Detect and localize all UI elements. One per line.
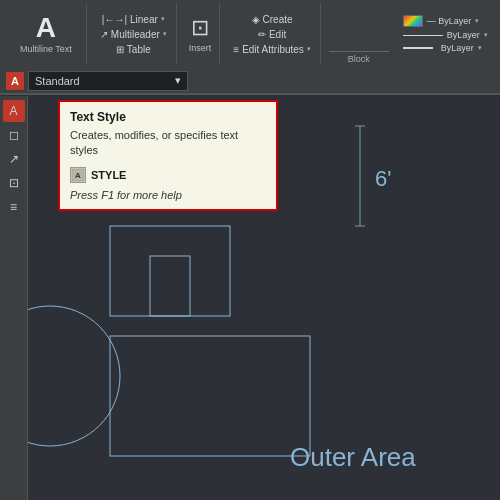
- bylayer-linetype-label: ByLayer: [447, 30, 480, 40]
- table-label: Table: [127, 44, 151, 55]
- sidebar-block-icon[interactable]: ⊡: [3, 172, 25, 194]
- style-dropdown-arrow-icon: ▾: [175, 74, 181, 87]
- bylayer-color-row[interactable]: — ByLayer ▾: [403, 15, 488, 27]
- bylayer-linetype-arrow: ▾: [484, 31, 488, 39]
- area-label-text: Outer Area: [290, 442, 416, 472]
- sidebar-layer-icon[interactable]: ≡: [3, 196, 25, 218]
- bylayer-color-label: — ByLayer: [427, 16, 472, 26]
- bylayer-color-arrow: ▾: [475, 17, 479, 25]
- edit-icon: ✏: [258, 29, 266, 40]
- style-dropdown-value: Standard: [35, 75, 80, 87]
- svg-text:A: A: [75, 171, 81, 180]
- linetype-preview: [403, 35, 443, 36]
- bylayer-linetype-row[interactable]: ByLayer ▾: [403, 30, 488, 40]
- tooltip-description: Creates, modifies, or specifies text sty…: [70, 128, 266, 159]
- sidebar-line-icon[interactable]: ↗: [3, 148, 25, 170]
- sidebar-text-icon[interactable]: A: [3, 100, 25, 122]
- bylayer-lineweight-label: ByLayer: [441, 43, 474, 53]
- multileader-arrow-icon: ▾: [163, 30, 167, 38]
- multiline-text-button[interactable]: A Multiline Text: [12, 10, 80, 58]
- style-cmd-icon: A: [71, 168, 85, 182]
- bylayer-lineweight-arrow: ▾: [478, 44, 482, 52]
- create-button[interactable]: ◈ Create: [249, 12, 296, 27]
- style-icon: A: [6, 72, 24, 90]
- block-label: Block: [329, 51, 389, 64]
- sidebar-rect-icon[interactable]: ◻: [3, 124, 25, 146]
- linear-icon: |←→|: [102, 14, 127, 25]
- tooltip-command-text: STYLE: [91, 169, 126, 181]
- linear-button[interactable]: |←→| Linear ▾: [99, 12, 168, 27]
- annotation-group: |←→| Linear ▾ ↗ Multileader ▾ ⊞ Table: [91, 4, 177, 64]
- edit-attributes-icon: ≡: [233, 44, 239, 55]
- multileader-label: Multileader: [111, 29, 160, 40]
- toolbar-second: A Standard ▾: [0, 68, 500, 94]
- bylayer-group: — ByLayer ▾ ByLayer ▾ ByLayer ▾: [397, 4, 494, 64]
- create-icon: ◈: [252, 14, 260, 25]
- dimension-text: 6': [375, 166, 391, 191]
- multiline-text-label: Multiline Text: [20, 44, 72, 54]
- multileader-button[interactable]: ↗ Multileader ▾: [97, 27, 170, 42]
- lineweight-preview: [403, 47, 433, 49]
- bylayer-lineweight-row[interactable]: ByLayer ▾: [403, 43, 488, 53]
- tooltip-popup: Text Style Creates, modifies, or specifi…: [58, 100, 278, 211]
- table-icon: ⊞: [116, 44, 124, 55]
- edit-attributes-label: Edit Attributes: [242, 44, 304, 55]
- insert-group[interactable]: ⊡ Insert: [181, 4, 221, 64]
- text-group: A Multiline Text: [6, 4, 87, 64]
- edit-label: Edit: [269, 29, 286, 40]
- insert-label: Insert: [189, 43, 212, 53]
- color-swatch: [403, 15, 423, 27]
- create-edit-group: ◈ Create ✏ Edit ≡ Edit Attributes ▾: [224, 4, 321, 64]
- block-group: Block: [325, 4, 393, 64]
- edit-button[interactable]: ✏ Edit: [255, 27, 289, 42]
- table-button[interactable]: ⊞ Table: [113, 42, 154, 57]
- tooltip-command-row: A STYLE: [70, 167, 266, 183]
- style-dropdown[interactable]: Standard ▾: [28, 71, 188, 91]
- tooltip-command-icon: A: [70, 167, 86, 183]
- tooltip-help-text: Press F1 for more help: [70, 189, 266, 201]
- linear-label: Linear: [130, 14, 158, 25]
- text-big-icon: A: [36, 14, 56, 42]
- insert-icon: ⊡: [191, 15, 209, 41]
- linear-arrow-icon: ▾: [161, 15, 165, 23]
- toolbar: A Multiline Text |←→| Linear ▾ ↗ Multile…: [0, 0, 500, 95]
- create-label: Create: [263, 14, 293, 25]
- toolbar-top: A Multiline Text |←→| Linear ▾ ↗ Multile…: [0, 0, 500, 68]
- multileader-icon: ↗: [100, 29, 108, 40]
- edit-attributes-arrow-icon: ▾: [307, 45, 311, 53]
- edit-attributes-button[interactable]: ≡ Edit Attributes ▾: [230, 42, 314, 57]
- left-sidebar: A ◻ ↗ ⊡ ≡: [0, 96, 28, 500]
- tooltip-title: Text Style: [70, 110, 266, 124]
